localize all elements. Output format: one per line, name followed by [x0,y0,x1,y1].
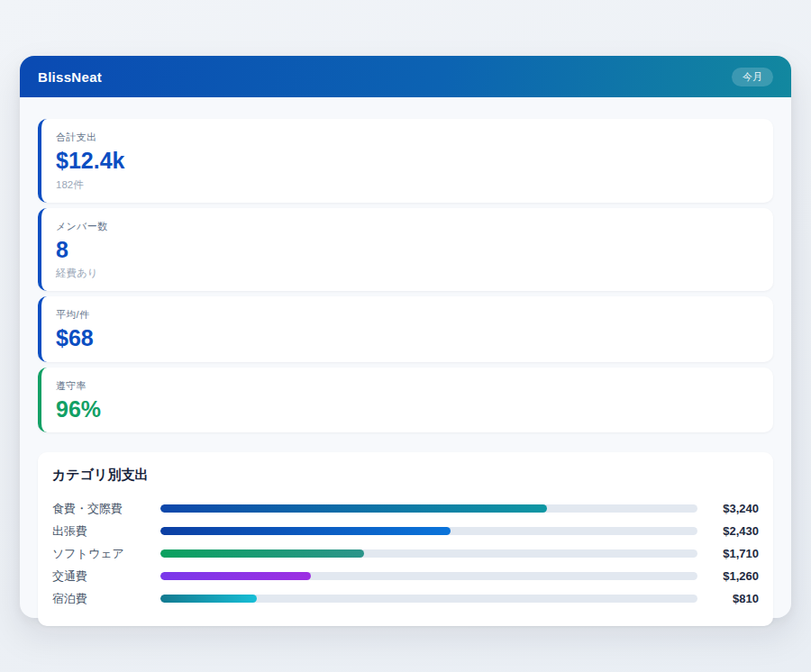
category-row: ソフトウェア$1,710 [52,542,759,565]
stat-value: $12.4k [56,149,759,174]
category-value: $2,430 [706,524,759,538]
app-header: BlissNeat 今月 [20,56,791,97]
stat-card: 平均/件$68 [38,296,773,362]
category-label: 宿泊費 [52,591,160,607]
category-value: $810 [706,592,759,605]
stat-value: 96% [56,397,759,422]
stat-card-list: 合計支出$12.4k182件メンバー数8経費あり平均/件$68遵守率96% [38,119,773,432]
dashboard-panel: BlissNeat 今月 合計支出$12.4k182件メンバー数8経費あり平均/… [20,56,791,618]
category-value: $1,260 [706,569,759,583]
category-bar-fill [160,572,311,580]
stat-value: 8 [56,238,759,263]
category-label: 出張費 [52,523,160,540]
period-badge[interactable]: 今月 [732,68,773,86]
category-bar-track [160,595,697,603]
category-bar-fill [160,527,451,535]
category-label: ソフトウェア [52,546,160,562]
stat-card: メンバー数8経費あり [38,208,773,292]
stat-label: メンバー数 [56,220,759,233]
stat-sub: 182件 [56,178,759,192]
category-bar-track [160,549,697,558]
stat-value: $68 [56,326,759,351]
dashboard-content: 合計支出$12.4k182件メンバー数8経費あり平均/件$68遵守率96% カテ… [20,97,791,626]
category-bar-track [160,504,697,513]
category-bar-track [160,527,697,535]
category-row: 交通費$1,260 [52,565,759,587]
category-value: $3,240 [706,502,759,515]
category-row-list: 食費・交際費$3,240出張費$2,430ソフトウェア$1,710交通費$1,2… [52,497,759,610]
stat-label: 平均/件 [56,308,759,322]
app-title: BlissNeat [38,69,102,85]
category-bar-fill [160,504,547,513]
stat-card: 合計支出$12.4k182件 [38,119,773,203]
category-row: 宿泊費$810 [52,587,759,610]
category-row: 出張費$2,430 [52,520,759,542]
category-row: 食費・交際費$3,240 [52,497,759,520]
category-breakdown-card: カテゴリ別支出 食費・交際費$3,240出張費$2,430ソフトウェア$1,71… [38,452,773,626]
category-bar-fill [160,595,257,603]
category-bar-track [160,572,697,580]
stat-label: 合計支出 [56,131,759,144]
category-label: 交通費 [52,568,160,585]
category-value: $1,710 [706,547,759,560]
stat-sub: 経費あり [56,267,759,280]
stat-card: 遵守率96% [38,368,773,433]
category-bar-fill [160,549,364,558]
stat-label: 遵守率 [56,379,759,393]
category-card-title: カテゴリ別支出 [52,467,759,484]
category-label: 食費・交際費 [52,501,160,517]
